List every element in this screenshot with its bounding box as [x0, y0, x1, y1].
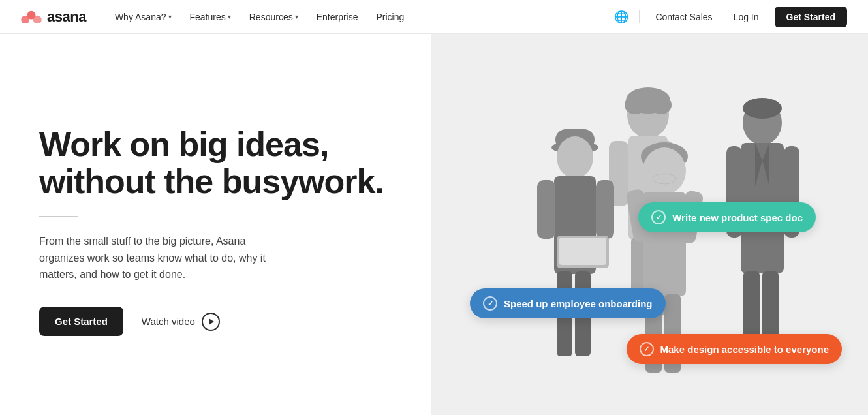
- chevron-down-icon: ▾: [295, 13, 298, 20]
- task-badge-3: ✓ Make design accessible to everyone: [627, 334, 842, 364]
- svg-rect-37: [743, 271, 760, 343]
- hero-image-panel: ✓ Write new product spec doc ✓ Speed up …: [431, 34, 868, 415]
- login-link[interactable]: Log In: [728, 8, 764, 26]
- hero-description: From the small stuff to the big picture,…: [39, 233, 287, 283]
- svg-rect-16: [537, 180, 555, 239]
- play-triangle-icon: [209, 318, 214, 325]
- check-icon-2: ✓: [483, 296, 497, 311]
- logo-link[interactable]: asana: [21, 8, 86, 25]
- nav-right: 🌐 Contact Sales Log In Get Started: [614, 7, 847, 27]
- navbar: asana Why Asana? ▾ Features ▾ Resources …: [0, 0, 868, 34]
- hero-panel: Work on big ideas, without the busywork.…: [0, 34, 431, 415]
- svg-point-6: [651, 96, 672, 114]
- nav-enterprise[interactable]: Enterprise: [309, 8, 366, 26]
- check-icon-3: ✓: [640, 342, 654, 356]
- svg-rect-38: [762, 271, 779, 343]
- logo-text: asana: [47, 8, 86, 25]
- watch-video-button[interactable]: Watch video: [142, 313, 220, 331]
- svg-rect-19: [559, 238, 606, 265]
- svg-rect-17: [596, 180, 614, 239]
- globe-icon[interactable]: 🌐: [614, 10, 628, 24]
- nav-links: Why Asana? ▾ Features ▾ Resources ▾ Ente…: [107, 8, 615, 26]
- hero-buttons: Get Started Watch video: [39, 307, 392, 336]
- chevron-down-icon: ▾: [168, 13, 172, 20]
- nav-why-asana[interactable]: Why Asana? ▾: [107, 8, 179, 26]
- hero-headline: Work on big ideas, without the busywork.: [39, 126, 392, 200]
- svg-point-23: [643, 147, 686, 194]
- svg-point-5: [625, 96, 645, 114]
- svg-point-31: [743, 98, 782, 119]
- task-badge-2: ✓ Speed up employee onboarding: [470, 288, 666, 318]
- nav-resources[interactable]: Resources ▾: [241, 8, 306, 26]
- nav-features[interactable]: Features ▾: [182, 8, 239, 26]
- nav-pricing[interactable]: Pricing: [368, 8, 412, 26]
- get-started-button[interactable]: Get Started: [39, 307, 123, 336]
- chevron-down-icon: ▾: [228, 13, 231, 20]
- main-content: Work on big ideas, without the busywork.…: [0, 34, 868, 415]
- asana-logo-icon: [21, 10, 42, 23]
- contact-sales-link[interactable]: Contact Sales: [650, 8, 717, 26]
- nav-divider: [639, 10, 640, 23]
- play-icon: [202, 313, 220, 331]
- task-badge-1: ✓ Write new product spec doc: [638, 202, 816, 232]
- check-icon-1: ✓: [651, 210, 666, 224]
- hero-divider: [39, 216, 78, 217]
- nav-get-started-button[interactable]: Get Started: [775, 7, 847, 27]
- svg-point-14: [557, 136, 593, 178]
